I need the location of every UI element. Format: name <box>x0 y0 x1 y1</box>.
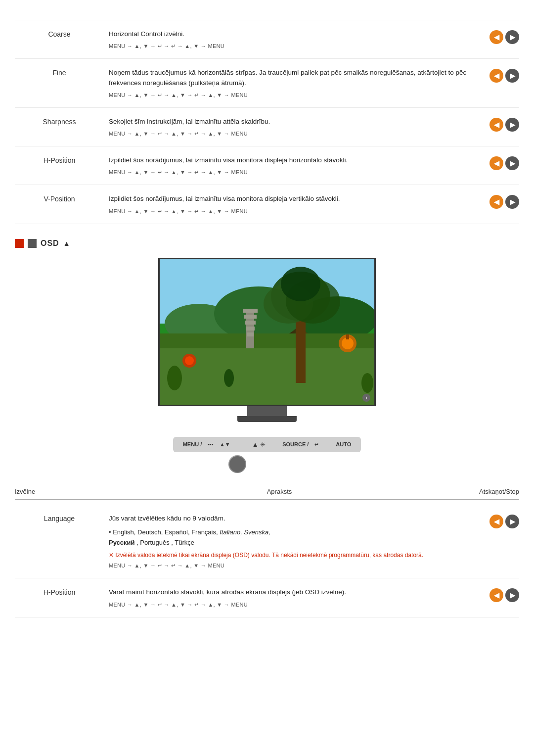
prev-btn-hposition-osd[interactable]: ◀ <box>490 588 503 602</box>
monitor-frame: i <box>158 258 376 422</box>
prev-btn-vposition[interactable]: ◀ <box>490 195 503 209</box>
row-content-language: Jūs varat izvēlēties kādu no 9 valodām. … <box>104 514 480 569</box>
next-btn-hposition[interactable]: ▶ <box>505 156 519 170</box>
monitor-info-icon: i <box>362 394 370 402</box>
row-actions-language: ◀ ▶ <box>480 514 519 528</box>
row-description-hposition: Izpildiet šos norādījumus, lai izmainītu… <box>109 155 475 165</box>
settings-row-hposition: H-Position Izpildiet šos norādījumus, la… <box>15 146 519 185</box>
language-intro: Jūs varat izvēlēties kādu no 9 valodām. <box>109 514 475 523</box>
settings-row-language: Language Jūs varat izvēlēties kādu no 9 … <box>15 505 519 579</box>
prev-btn-hposition[interactable]: ◀ <box>490 156 503 170</box>
svg-point-24 <box>224 369 234 387</box>
svg-rect-10 <box>246 327 255 331</box>
control-knob[interactable] <box>228 455 246 473</box>
svg-rect-9 <box>245 321 256 325</box>
control-bar-container: MENU / ▪▪▪ ▲▼ ▲ ✳ SOURCE / ↵ AUTO <box>15 437 519 473</box>
row-actions-hposition: ◀ ▶ <box>480 155 519 170</box>
osd-col-izvēlne: Izvēlne <box>15 488 104 495</box>
osd-icon-red <box>15 239 24 248</box>
row-actions-hposition-osd: ◀ ▶ <box>480 587 519 602</box>
svg-point-23 <box>361 373 373 393</box>
row-actions-coarse: ◀ ▶ <box>480 29 519 44</box>
monitor-container: i <box>15 258 519 422</box>
next-btn-sharpness[interactable]: ▶ <box>505 118 519 132</box>
settings-section: Coarse Horizontal Control izvēlni. MENU … <box>15 20 519 224</box>
row-menu-path-coarse: MENU → ▲, ▼ → ↵ → ↵ → ▲, ▼ → MENU <box>109 43 475 49</box>
row-description-hposition-osd: Varat mainīt horizontālo stāvokli, kurā … <box>109 587 475 597</box>
svg-point-22 <box>167 366 182 390</box>
next-btn-coarse[interactable]: ▶ <box>505 30 519 44</box>
osd-col-atskaņot: Atskaņot/Stop <box>455 488 519 495</box>
row-label-coarse: Coarse <box>15 29 104 38</box>
prev-btn-language[interactable]: ◀ <box>490 515 503 528</box>
settings-row-hposition-osd: H-Position Varat mainīt horizontālo stāv… <box>15 578 519 617</box>
monitor-screen: i <box>158 258 376 406</box>
osd-col-apraksts: Apraksts <box>104 488 455 495</box>
next-btn-language[interactable]: ▶ <box>505 515 519 528</box>
row-menu-path-hposition: MENU → ▲, ▼ → ↵ → ▲, ▼ → ↵ → ▲, ▼ → MENU <box>109 169 475 176</box>
settings-row-vposition: V-Position Izpildiet šos norādījumus, la… <box>15 185 519 224</box>
prev-btn-coarse[interactable]: ◀ <box>490 30 503 44</box>
row-content-coarse: Horizontal Control izvēlni. MENU → ▲, ▼ … <box>104 29 480 49</box>
row-actions-sharpness: ◀ ▶ <box>480 117 519 132</box>
svg-rect-7 <box>243 309 258 313</box>
monitor-image-svg <box>160 259 376 406</box>
monitor-stand <box>247 406 287 416</box>
prev-btn-sharpness[interactable]: ◀ <box>490 118 503 132</box>
settings-row-fine: Fine Noņem tādus traucējumus kā horizont… <box>15 59 519 108</box>
next-btn-hposition-osd[interactable]: ▶ <box>505 588 519 602</box>
row-description-coarse: Horizontal Control izvēlni. <box>109 29 475 39</box>
prev-btn-fine[interactable]: ◀ <box>490 69 503 83</box>
row-actions-fine: ◀ ▶ <box>480 68 519 83</box>
settings-row-coarse: Coarse Horizontal Control izvēlni. MENU … <box>15 20 519 59</box>
row-description-fine: Noņem tādus traucējumus kā horizontālās … <box>109 68 475 88</box>
control-bar: MENU / ▪▪▪ ▲▼ ▲ ✳ SOURCE / ↵ AUTO <box>173 437 361 452</box>
auto-label: AUTO <box>336 441 351 447</box>
osd-section-header: OSD ▲ <box>15 239 519 248</box>
svg-point-21 <box>185 356 194 365</box>
monitor-base <box>237 416 297 422</box>
language-list: • English, Deutsch, Español, Français, I… <box>109 527 475 548</box>
osd-title: OSD <box>41 239 59 248</box>
row-label-hposition: H-Position <box>15 155 104 164</box>
row-content-hposition: Izpildiet šos norādījumus, lai izmainītu… <box>104 155 480 176</box>
enter-icon: ↵ <box>314 441 319 448</box>
row-content-hposition-osd: Varat mainīt horizontālo stāvokli, kurā … <box>104 587 480 608</box>
next-btn-vposition[interactable]: ▶ <box>505 195 519 209</box>
row-label-language: Language <box>15 514 104 522</box>
row-label-hposition-osd: H-Position <box>15 587 104 596</box>
row-content-vposition: Izpildiet šos norādījumus, lai izmainītu… <box>104 194 480 214</box>
svg-rect-19 <box>346 334 349 339</box>
row-label-vposition: V-Position <box>15 194 104 203</box>
row-menu-path-fine: MENU → ▲, ▼ → ↵ → ▲, ▼ → ↵ → ▲, ▼ → MENU <box>109 92 475 98</box>
row-content-fine: Noņem tādus traucējumus kā horizontālās … <box>104 68 480 98</box>
osd-arrow-icon: ▲ <box>63 239 70 247</box>
settings-row-sharpness: Sharpness Sekojiet šīm instrukcijām, lai… <box>15 108 519 146</box>
brightness-icon: ▲ ✳ <box>252 441 266 448</box>
svg-rect-8 <box>244 315 257 319</box>
row-description-sharpness: Sekojiet šīm instrukcijām, lai izmainītu… <box>109 117 475 127</box>
row-menu-path-language: MENU → ▲, ▼ → ↵ → ↵ → ▲, ▼ → MENU <box>109 563 475 569</box>
lang-italic: Italiano, Svenska, <box>220 528 270 536</box>
svg-rect-11 <box>247 332 254 336</box>
updown-icon: ▲▼ <box>220 441 230 447</box>
menu-icon: ▪▪▪ <box>208 441 214 447</box>
lang-bold: Русский <box>109 539 135 546</box>
row-content-sharpness: Sekojiet šīm instrukcijām, lai izmainītu… <box>104 117 480 137</box>
lang-rest: , Português , Türkçe <box>135 539 194 546</box>
next-btn-fine[interactable]: ▶ <box>505 69 519 83</box>
row-actions-vposition: ◀ ▶ <box>480 194 519 209</box>
row-menu-path-vposition: MENU → ▲, ▼ → ↵ → ▲, ▼ → ↵ → ▲, ▼ → MENU <box>109 208 475 215</box>
row-description-vposition: Izpildiet šos norādījumus, lai izmainītu… <box>109 194 475 204</box>
row-label-sharpness: Sharpness <box>15 117 104 126</box>
lang-plain: • English, Deutsch, Español, Français, <box>109 528 220 536</box>
menu-label: MENU / <box>183 441 202 447</box>
page-wrapper: Coarse Horizontal Control izvēlni. MENU … <box>0 0 534 637</box>
row-menu-path-hposition-osd: MENU → ▲, ▼ → ↵ → ▲, ▼ → ↵ → ▲, ▼ → MENU <box>109 602 475 608</box>
row-menu-path-sharpness: MENU → ▲, ▼ → ↵ → ▲, ▼ → ↵ → ▲, ▼ → MENU <box>109 131 475 137</box>
osd-table-header: Izvēlne Apraksts Atskaņot/Stop <box>15 488 519 500</box>
svg-point-16 <box>281 267 320 301</box>
row-label-fine: Fine <box>15 68 104 77</box>
language-note: ✕ Izvēlētā valoda ietekmē tikai ekrāna d… <box>109 551 475 560</box>
source-label: SOURCE / <box>282 441 309 447</box>
